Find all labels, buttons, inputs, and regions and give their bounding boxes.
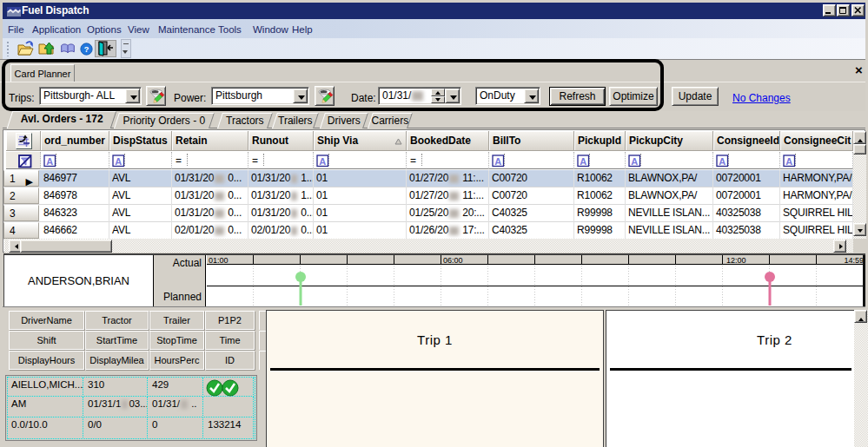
svg-text:A: A: [319, 156, 326, 167]
svg-text:A: A: [631, 156, 638, 167]
svg-text:A: A: [115, 156, 122, 167]
svg-text:A: A: [580, 156, 586, 167]
svg-text:A: A: [719, 156, 726, 167]
svg-text:A: A: [785, 156, 792, 167]
svg-text:A: A: [46, 156, 53, 167]
svg-text:A: A: [494, 156, 501, 167]
svg-text:?: ?: [84, 45, 89, 54]
